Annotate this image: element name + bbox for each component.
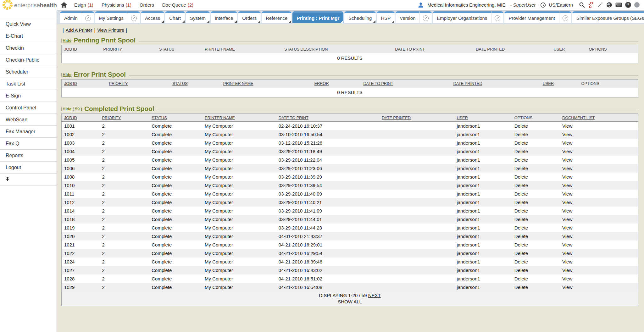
delete-link[interactable]: Delete	[514, 276, 528, 281]
delete-link[interactable]: Delete	[514, 285, 528, 290]
tab-scheduling[interactable]: Scheduling	[344, 11, 376, 23]
tab-interface[interactable]: Interface	[211, 11, 237, 23]
tab-version[interactable]: Version↗	[396, 11, 432, 23]
open-new-icon[interactable]: ↗	[131, 15, 137, 21]
timezone-label[interactable]: US/Eastern	[549, 2, 573, 8]
col-date-printed[interactable]: DATE PRINTED	[379, 114, 454, 122]
sidebar-item-task-list[interactable]: Task List	[0, 78, 57, 90]
next-link[interactable]: NEXT	[368, 293, 381, 298]
nav-physicians[interactable]: Physicians(1)	[102, 2, 131, 8]
sidebar-item-e-sign[interactable]: E-Sign	[0, 90, 57, 102]
view-link[interactable]: View	[562, 217, 572, 222]
home-icon[interactable]	[61, 2, 67, 8]
delete-link[interactable]: Delete	[514, 200, 528, 205]
delete-link[interactable]: Delete	[514, 251, 528, 256]
view-link[interactable]: View	[562, 234, 572, 239]
delete-link[interactable]: Delete	[514, 217, 528, 222]
sidebar-item-logout[interactable]: Logout	[0, 162, 57, 174]
sidebar-item-control-panel[interactable]: Control Panel	[0, 102, 57, 114]
delete-link[interactable]: Delete	[514, 132, 528, 137]
view-link[interactable]: View	[562, 225, 572, 230]
delete-link[interactable]: Delete	[514, 123, 528, 129]
tab-access[interactable]: Access	[141, 11, 164, 23]
view-link[interactable]: View	[562, 191, 572, 196]
view-link[interactable]: View	[562, 208, 572, 213]
col-date-to-print[interactable]: DATE TO PRINT	[276, 114, 379, 122]
tab-orders[interactable]: Orders	[238, 11, 261, 23]
open-new-icon[interactable]: ↗	[563, 15, 568, 21]
nav-doc-queue[interactable]: Doc Queue(2)	[162, 2, 193, 8]
pin-sidebar-button[interactable]	[0, 174, 57, 185]
sidebar-item-quick-view[interactable]: Quick View	[0, 18, 57, 30]
view-link[interactable]: View	[562, 149, 572, 154]
delete-link[interactable]: Delete	[514, 259, 528, 264]
sidebar-item-e-chart[interactable]: E-Chart	[0, 30, 57, 42]
delete-link[interactable]: Delete	[514, 149, 528, 154]
delete-link[interactable]: Delete	[514, 234, 528, 239]
view-link[interactable]: View	[562, 268, 572, 273]
col-priority[interactable]: PRIORITY	[107, 80, 170, 87]
delete-link[interactable]: Delete	[514, 166, 528, 171]
col-date-to-print[interactable]: DATE TO PRINT	[361, 80, 451, 87]
sidebar-item-checkin[interactable]: Checkin	[0, 42, 57, 54]
view-link[interactable]: View	[562, 166, 572, 171]
view-link[interactable]: View	[562, 276, 572, 281]
open-new-icon[interactable]: ↗	[85, 15, 91, 21]
tab-similar-exposure-groups-segs[interactable]: Similar Exposure Groups (SEGs)↗	[572, 11, 644, 23]
nav-esign[interactable]: Esign(1)	[74, 2, 93, 8]
delete-link[interactable]: Delete	[514, 268, 528, 273]
col-date-to-print[interactable]: DATE TO PRINT	[392, 45, 473, 53]
open-new-icon[interactable]: ↗	[423, 15, 429, 21]
view-link[interactable]: View	[562, 259, 572, 264]
col-priority[interactable]: PRIORITY	[101, 45, 157, 53]
col-status-description[interactable]: STATUS DESCRIPTION	[282, 45, 392, 53]
tab-my-settings[interactable]: My Settings↗	[95, 11, 140, 23]
view-link[interactable]: View	[562, 251, 572, 256]
tab-system[interactable]: System	[186, 11, 210, 23]
col-status[interactable]: STATUS	[149, 114, 202, 122]
show-all-link[interactable]: SHOW ALL	[338, 299, 362, 304]
tab-chart[interactable]: Chart	[165, 11, 185, 23]
view-link[interactable]: View	[562, 123, 572, 129]
tab-hsp[interactable]: HSP	[377, 11, 395, 23]
col-job-id[interactable]: JOB ID	[62, 80, 107, 87]
col-user[interactable]: USER	[540, 80, 579, 87]
user-icon[interactable]	[418, 2, 424, 8]
tab-employer-organizations[interactable]: Employer Organizations↗	[433, 11, 503, 23]
sidebar-item-reports[interactable]: Reports	[0, 150, 57, 162]
col-status[interactable]: STATUS	[157, 45, 202, 53]
open-new-icon[interactable]: ↗	[495, 15, 500, 21]
globe-icon[interactable]	[606, 2, 612, 8]
col-printer-name[interactable]: PRINTER NAME	[202, 45, 282, 53]
error-hide-link[interactable]: Hide	[61, 72, 71, 77]
sidebar-item-webscan[interactable]: WebScan	[0, 114, 57, 126]
broken-link-icon[interactable]	[588, 2, 594, 8]
view-link[interactable]: View	[562, 242, 572, 247]
view-link[interactable]: View	[562, 285, 572, 290]
nav-orders[interactable]: Orders	[140, 2, 154, 8]
add-a-printer-link[interactable]: Add A Printer	[66, 28, 92, 33]
pending-hide-link[interactable]: Hide	[61, 38, 71, 43]
view-link[interactable]: View	[562, 157, 572, 163]
view-link[interactable]: View	[562, 183, 572, 188]
col-printer-name[interactable]: PRINTER NAME	[202, 114, 276, 122]
view-link[interactable]: View	[562, 174, 572, 180]
delete-link[interactable]: Delete	[514, 242, 528, 247]
col-job-id[interactable]: JOB ID	[62, 45, 101, 53]
delete-link[interactable]: Delete	[514, 183, 528, 188]
delete-link[interactable]: Delete	[514, 140, 528, 146]
col-user[interactable]: USER	[454, 114, 512, 122]
search-icon[interactable]	[579, 2, 585, 8]
clock-icon[interactable]	[540, 2, 546, 8]
sidebar-item-fax-q[interactable]: Fax Q	[0, 138, 57, 150]
tab-printing-print-mgr[interactable]: Printing : Print Mgr	[292, 11, 343, 23]
tab-reference[interactable]: Reference	[262, 11, 291, 23]
tab-admin[interactable]: Admin↗	[60, 11, 94, 23]
completed-hide-link[interactable]: Hide ( 59 )	[61, 107, 82, 111]
view-printers-link[interactable]: View Printers	[97, 28, 124, 33]
current-user-name[interactable]: Medical Informatics Engineering, MIE	[427, 2, 505, 8]
col-error[interactable]: ERROR	[312, 80, 361, 87]
delete-link[interactable]: Delete	[514, 174, 528, 180]
col-date-printed[interactable]: DATE PRINTED	[451, 80, 540, 87]
view-link[interactable]: View	[562, 140, 572, 146]
